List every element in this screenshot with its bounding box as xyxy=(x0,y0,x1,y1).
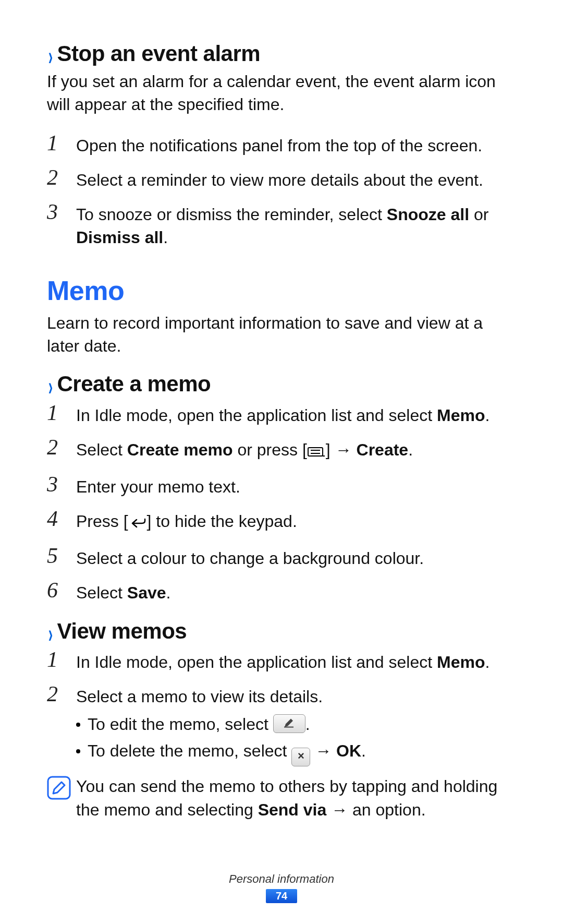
svg-rect-4 xyxy=(284,727,293,728)
step-row: 6 Select Save. xyxy=(47,578,516,604)
step-text: In Idle mode, open the application list … xyxy=(76,647,516,674)
bold-text: Memo xyxy=(437,653,485,671)
step-number: 2 xyxy=(47,165,76,188)
step-row: 2 Select a reminder to view more details… xyxy=(47,165,516,191)
step-row: 1 In Idle mode, open the application lis… xyxy=(47,401,516,427)
bullet-item: To delete the memo, select × → OK. xyxy=(47,738,516,766)
note-icon xyxy=(47,775,76,802)
menu-key-icon xyxy=(307,441,326,464)
heading-view-memos: ›View memos xyxy=(47,619,516,645)
bullet-icon xyxy=(76,723,80,727)
step-row: 2 Select Create memo or press [] → Creat… xyxy=(47,435,516,464)
bullet-item: To edit the memo, select . xyxy=(47,711,516,738)
step-row: 1 In Idle mode, open the application lis… xyxy=(47,647,516,674)
chevron-right-icon: › xyxy=(48,372,53,401)
step-number: 1 xyxy=(47,131,76,154)
step-text: Press [] to hide the keypad. xyxy=(76,507,516,535)
step-number: 3 xyxy=(47,200,76,223)
text-fragment: Press [ xyxy=(76,512,128,531)
step-row: 3 Enter your memo text. xyxy=(47,472,516,498)
text-fragment: . xyxy=(485,653,489,671)
step-text: Select Save. xyxy=(76,578,516,604)
bold-text: Snooze all xyxy=(387,205,469,224)
step-number: 3 xyxy=(47,472,76,495)
intro-stop-alarm: If you set an alarm for a calendar event… xyxy=(47,70,516,116)
text-fragment: Select xyxy=(76,583,127,602)
step-number: 1 xyxy=(47,401,76,424)
step-number: 5 xyxy=(47,544,76,567)
heading-text: Create a memo xyxy=(57,371,211,396)
step-text: Enter your memo text. xyxy=(76,472,516,498)
text-fragment: . xyxy=(305,715,310,734)
step-number: 4 xyxy=(47,507,76,530)
text-fragment: or xyxy=(469,205,488,224)
svg-rect-5 xyxy=(48,777,70,799)
bold-text: Save xyxy=(127,583,166,602)
text-fragment: To edit the memo, select xyxy=(88,715,273,734)
text-fragment: ] → xyxy=(326,440,357,459)
step-number: 2 xyxy=(47,682,76,705)
step-row: 5 Select a colour to change a background… xyxy=(47,544,516,570)
text-fragment: → xyxy=(310,741,336,760)
bold-text: Dismiss all xyxy=(76,228,163,247)
chevron-right-icon: › xyxy=(48,619,53,647)
text-fragment: . xyxy=(361,741,366,760)
step-text: Open the notifications panel from the to… xyxy=(76,131,516,157)
text-fragment: . xyxy=(166,583,171,602)
bold-text: Create memo xyxy=(127,440,233,459)
text-fragment: To snooze or dismiss the reminder, selec… xyxy=(76,205,387,224)
svg-rect-0 xyxy=(308,448,323,456)
step-text: Select a reminder to view more details a… xyxy=(76,165,516,191)
document-page: ›Stop an event alarm If you set an alarm… xyxy=(0,0,563,924)
heading-create-memo: ›Create a memo xyxy=(47,372,516,398)
back-key-icon xyxy=(128,512,147,535)
text-fragment: In Idle mode, open the application list … xyxy=(76,406,437,425)
bold-text: Memo xyxy=(437,406,485,425)
edit-memo-icon xyxy=(273,714,305,733)
delete-memo-icon: × xyxy=(291,748,310,766)
step-text: Select Create memo or press [] → Create. xyxy=(76,435,516,464)
text-fragment: ] to hide the keypad. xyxy=(147,512,297,531)
heading-text: View memos xyxy=(57,619,187,643)
chevron-right-icon: › xyxy=(48,41,53,70)
page-number-badge: 74 xyxy=(266,889,297,903)
heading-stop-alarm: ›Stop an event alarm xyxy=(47,42,516,68)
text-fragment: . xyxy=(485,406,489,425)
step-text: In Idle mode, open the application list … xyxy=(76,401,516,427)
text-fragment: To delete the memo, select xyxy=(88,741,291,760)
heading-text: Stop an event alarm xyxy=(57,41,261,66)
text-fragment: → an option. xyxy=(326,800,425,819)
bold-text: Send via xyxy=(258,800,327,819)
footer-section-label: Personal information xyxy=(0,872,563,886)
step-row: 2 Select a memo to view its details. xyxy=(47,682,516,708)
note-text: You can send the memo to others by tappi… xyxy=(76,775,516,822)
step-row: 1 Open the notifications panel from the … xyxy=(47,131,516,157)
text-fragment: or press [ xyxy=(233,440,307,459)
text-fragment: . xyxy=(163,228,168,247)
bold-text: OK xyxy=(336,741,361,760)
step-text: Select a memo to view its details. xyxy=(76,682,516,708)
step-number: 2 xyxy=(47,435,76,458)
step-number: 1 xyxy=(47,647,76,670)
step-row: 4 Press [] to hide the keypad. xyxy=(47,507,516,535)
note-row: You can send the memo to others by tappi… xyxy=(47,775,516,822)
step-text: Select a colour to change a background c… xyxy=(76,544,516,570)
bullet-icon xyxy=(76,749,80,753)
intro-memo: Learn to record important information to… xyxy=(47,311,516,357)
step-number: 6 xyxy=(47,578,76,601)
step-text: To snooze or dismiss the reminder, selec… xyxy=(76,200,516,249)
text-fragment: . xyxy=(408,440,413,459)
text-fragment: In Idle mode, open the application list … xyxy=(76,653,437,671)
heading-memo: Memo xyxy=(47,275,516,306)
bold-text: Create xyxy=(357,440,409,459)
step-row: 3 To snooze or dismiss the reminder, sel… xyxy=(47,200,516,249)
page-footer: Personal information 74 xyxy=(0,872,563,903)
text-fragment: Select xyxy=(76,440,127,459)
